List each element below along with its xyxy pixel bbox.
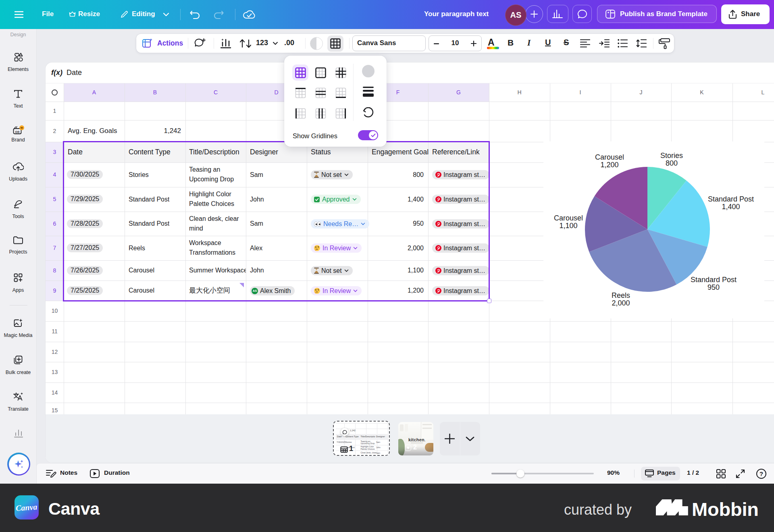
svg-text:co: co <box>15 130 20 134</box>
